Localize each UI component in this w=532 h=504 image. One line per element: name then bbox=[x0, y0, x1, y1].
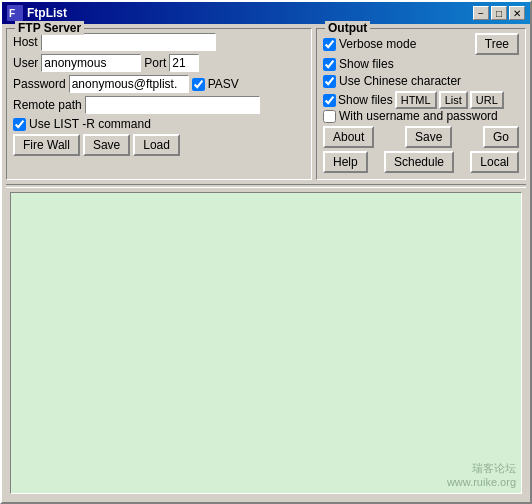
watermark-line1: 瑞客论坛 bbox=[447, 461, 516, 476]
ftp-server-panel: FTP Server Host User Port Password bbox=[6, 28, 312, 180]
show-files-row1: Show files bbox=[323, 57, 519, 71]
verbose-check-row: Verbose mode bbox=[323, 37, 416, 51]
ftp-panel-legend: FTP Server bbox=[15, 21, 84, 35]
title-bar-left: F FtpList bbox=[7, 5, 67, 21]
help-button[interactable]: Help bbox=[323, 151, 368, 173]
host-label: Host bbox=[13, 35, 38, 49]
host-row: Host bbox=[13, 33, 305, 51]
firewall-button[interactable]: Fire Wall bbox=[13, 134, 80, 156]
window-title: FtpList bbox=[27, 6, 67, 20]
svg-text:F: F bbox=[9, 8, 15, 19]
maximize-button[interactable]: □ bbox=[491, 6, 507, 20]
use-list-label: Use LIST -R command bbox=[29, 117, 151, 131]
show-files-label: Show files bbox=[339, 57, 394, 71]
host-input[interactable] bbox=[41, 33, 216, 51]
remote-path-row: Remote path bbox=[13, 96, 305, 114]
show-files-html-row: Show files HTML List URL bbox=[323, 91, 519, 109]
main-window: F FtpList − □ ✕ FTP Server Host User bbox=[0, 0, 532, 504]
list-button[interactable]: List bbox=[439, 91, 468, 109]
output-buttons-row2: Help Schedule Local bbox=[323, 151, 519, 173]
app-icon: F bbox=[7, 5, 23, 21]
title-buttons: − □ ✕ bbox=[473, 6, 525, 20]
output-area[interactable]: 瑞客论坛 www.ruike.org bbox=[10, 192, 522, 494]
local-button[interactable]: Local bbox=[470, 151, 519, 173]
watermark: 瑞客论坛 www.ruike.org bbox=[447, 461, 516, 488]
chinese-checkbox[interactable] bbox=[323, 75, 336, 88]
main-content: FTP Server Host User Port Password bbox=[2, 24, 530, 502]
top-panels: FTP Server Host User Port Password bbox=[6, 28, 526, 180]
minimize-button[interactable]: − bbox=[473, 6, 489, 20]
ftp-save-button[interactable]: Save bbox=[83, 134, 130, 156]
pasv-checkbox[interactable] bbox=[192, 78, 205, 91]
about-button[interactable]: About bbox=[323, 126, 374, 148]
verbose-checkbox[interactable] bbox=[323, 38, 336, 51]
url-button[interactable]: URL bbox=[470, 91, 504, 109]
show-files2-label: Show files bbox=[338, 93, 393, 107]
password-input[interactable] bbox=[69, 75, 189, 93]
remote-path-input[interactable] bbox=[85, 96, 260, 114]
username-password-row: With username and password bbox=[323, 109, 519, 123]
user-label: User bbox=[13, 56, 38, 70]
watermark-line2: www.ruike.org bbox=[447, 476, 516, 488]
port-label: Port bbox=[144, 56, 166, 70]
username-password-checkbox[interactable] bbox=[323, 110, 336, 123]
password-label: Password bbox=[13, 77, 66, 91]
show-files2-checkbox[interactable] bbox=[323, 94, 336, 107]
schedule-button[interactable]: Schedule bbox=[384, 151, 454, 173]
use-list-checkbox[interactable] bbox=[13, 118, 26, 131]
output-buttons-row1: About Save Go bbox=[323, 126, 519, 148]
output-save-button[interactable]: Save bbox=[405, 126, 452, 148]
password-row: Password PASV bbox=[13, 75, 305, 93]
output-panel-legend: Output bbox=[325, 21, 370, 35]
chinese-label: Use Chinese character bbox=[339, 74, 461, 88]
verbose-label: Verbose mode bbox=[339, 37, 416, 51]
ftp-buttons-row: Fire Wall Save Load bbox=[13, 134, 305, 156]
use-list-row: Use LIST -R command bbox=[13, 117, 305, 131]
html-button[interactable]: HTML bbox=[395, 91, 437, 109]
go-button[interactable]: Go bbox=[483, 126, 519, 148]
verbose-tree-row: Verbose mode Tree bbox=[323, 33, 519, 55]
output-panel: Output Verbose mode Tree Show files bbox=[316, 28, 526, 180]
user-port-row: User Port bbox=[13, 54, 305, 72]
tree-button[interactable]: Tree bbox=[475, 33, 519, 55]
close-button[interactable]: ✕ bbox=[509, 6, 525, 20]
port-input[interactable] bbox=[169, 54, 199, 72]
load-button[interactable]: Load bbox=[133, 134, 180, 156]
username-password-label: With username and password bbox=[339, 109, 498, 123]
user-input[interactable] bbox=[41, 54, 141, 72]
remote-path-label: Remote path bbox=[13, 98, 82, 112]
pasv-label: PASV bbox=[208, 77, 239, 91]
show-files-checkbox[interactable] bbox=[323, 58, 336, 71]
separator bbox=[6, 184, 526, 188]
chinese-char-row: Use Chinese character bbox=[323, 74, 519, 88]
